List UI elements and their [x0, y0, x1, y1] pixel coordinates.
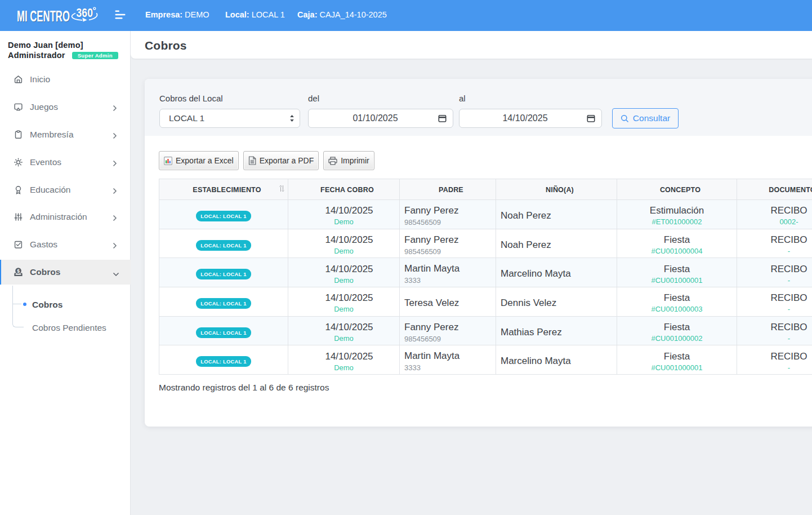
svg-text:$: $ [17, 268, 20, 274]
svg-text:MI CENTRO: MI CENTRO [17, 8, 70, 24]
svg-text:360: 360 [77, 6, 93, 20]
